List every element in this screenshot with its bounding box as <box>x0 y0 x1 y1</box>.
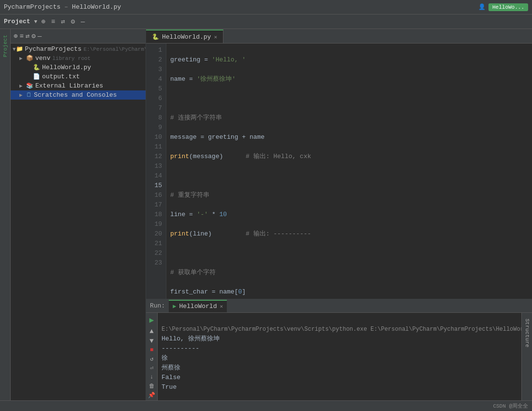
run-play-button[interactable]: ▶ <box>149 315 155 325</box>
user-icon: 👤 <box>478 3 486 11</box>
py-file-icon: 🐍 <box>33 64 40 71</box>
hw-label: HelloWorld.py <box>42 64 91 71</box>
code-line-11 <box>170 249 528 258</box>
run-scroll-button[interactable]: ↓ <box>150 374 153 381</box>
ln-13: 13 <box>146 161 162 171</box>
ln-4: 4 <box>146 74 162 84</box>
statusbar: CSDN @周全全 <box>0 400 532 411</box>
titlebar-pycharm: PycharmProjects <box>4 3 60 11</box>
add-icon[interactable]: ⊕ <box>39 16 47 27</box>
ln-17: 17 <box>146 200 162 210</box>
ln-1: 1 <box>146 45 162 55</box>
ln-8: 8 <box>146 113 162 123</box>
run-wrap-button[interactable]: ⏎ <box>150 365 153 372</box>
main-area: Project ⊕ ≡ ⇄ ⚙ — ▼ 📁 PycharmProjects E:… <box>0 29 532 400</box>
run-output: E:\Personal\PyCharm\PycharmProjects\venv… <box>158 313 521 400</box>
project-tree: ▼ 📁 PycharmProjects E:\Personal\PyCharm\… <box>11 44 146 400</box>
ln-5: 5 <box>146 84 162 94</box>
editor-area: 🐍 HelloWorld.py ✕ 1 2 3 4 5 6 7 8 9 10 1… <box>146 29 532 400</box>
tree-item-ext-libs[interactable]: ▶ 📚 External Libraries <box>11 81 146 90</box>
tab-helloworld[interactable]: 🐍 HelloWorld.py ✕ <box>146 29 223 43</box>
lib-icon: 📚 <box>26 82 33 89</box>
root-path: E:\Personal\PyCharm\ <box>84 46 146 52</box>
tree-item-venv[interactable]: ▶ 📦 venv library root <box>11 54 146 63</box>
ln-6: 6 <box>146 94 162 103</box>
code-line-9: line = '-' * 10 <box>170 210 528 220</box>
extlib-label: External Libraries <box>35 82 103 89</box>
code-line-13: first_char = name[0] <box>170 287 528 297</box>
titlebar: PycharmProjects – HelloWorld.py 👤 HelloW… <box>0 0 532 15</box>
settings-icon[interactable]: ⚙ <box>69 16 77 27</box>
run-command: E:\Personal\PyCharm\PycharmProjects\venv… <box>162 326 521 333</box>
run-tab-helloworld[interactable]: ▶ HelloWorld ✕ <box>169 300 227 312</box>
scratch-arrow-icon: ▶ <box>19 92 26 98</box>
output-label: output.txt <box>42 73 80 80</box>
run-up-button[interactable]: ▲ <box>149 327 153 335</box>
code-line-12: # 获取单个字符 <box>170 268 528 278</box>
run-out-6: True <box>162 383 177 391</box>
tree-item-output[interactable]: 📄 output.txt <box>11 72 146 81</box>
run-indicator-button[interactable]: HelloWo... <box>488 3 528 11</box>
run-toolbar: ▶ ▲ ▼ ■ ↺ ⏎ ↓ 🗑 📌 <box>146 313 158 400</box>
run-tab-label: HelloWorld <box>179 303 217 310</box>
status-text: CSDN @周全全 <box>493 402 528 410</box>
run-rerun-button[interactable]: ↺ <box>150 355 153 363</box>
run-content-area: ▶ ▲ ▼ ■ ↺ ⏎ ↓ 🗑 📌 E:\Personal\PyCharm\Py… <box>146 313 532 400</box>
list-icon[interactable]: ≡ <box>49 17 57 27</box>
run-panel-header: Run: ▶ HelloWorld ✕ <box>146 299 532 313</box>
run-out-3: 徐 <box>162 354 168 362</box>
settings-icon2[interactable]: ⚙ <box>31 32 35 40</box>
venv-icon: 📦 <box>26 55 33 62</box>
collapse-icon[interactable]: — <box>79 17 87 27</box>
project-panel-header: ⊕ ≡ ⇄ ⚙ — <box>11 29 146 44</box>
ln-21: 21 <box>146 239 162 249</box>
editor-tabs: 🐍 HelloWorld.py ✕ <box>146 29 532 44</box>
titlebar-sep: – <box>64 3 68 11</box>
list-view-icon[interactable]: ≡ <box>19 32 23 40</box>
right-sidebar-tabs: Structure <box>521 313 532 400</box>
code-line-10: print(line) # 输出: ---------- <box>170 229 528 239</box>
run-label: Run: <box>150 302 165 309</box>
titlebar-file: HelloWorld.py <box>72 3 121 11</box>
swap-icon[interactable]: ⇄ <box>59 16 67 27</box>
run-pin-button[interactable]: 📌 <box>148 392 155 399</box>
gear-icon[interactable]: ⊕ <box>14 32 17 40</box>
run-stop-button[interactable]: ■ <box>150 347 153 353</box>
code-line-6: print(message) # 输出: Hello, cxk <box>170 152 528 161</box>
titlebar-left: PycharmProjects – HelloWorld.py <box>4 3 121 11</box>
root-arrow-icon: ▼ <box>13 46 16 52</box>
scratch-icon: 🗒 <box>26 91 32 99</box>
left-sidebar-tabs: Project <box>0 29 11 400</box>
sidebar-item-structure[interactable]: Structure <box>523 315 532 351</box>
tree-root[interactable]: ▼ 📁 PycharmProjects E:\Personal\PyCharm\ <box>11 44 146 54</box>
venv-label: venv <box>35 55 50 62</box>
extlib-arrow-icon: ▶ <box>19 83 26 89</box>
ln-3: 3 <box>146 65 162 74</box>
expand-icon[interactable]: ⇄ <box>26 32 30 40</box>
code-editor: 1 2 3 4 5 6 7 8 9 10 11 12 13 14 15 16 1… <box>146 44 532 299</box>
sidebar-item-project[interactable]: Project <box>1 31 10 61</box>
scratch-label: Scratches and Consoles <box>34 91 117 99</box>
venv-arrow-icon: ▶ <box>19 55 26 61</box>
code-line-7 <box>170 171 528 181</box>
titlebar-right: 👤 HelloWo... <box>478 3 528 11</box>
root-label: PycharmProjects <box>25 45 82 53</box>
ln-7: 7 <box>146 103 162 113</box>
minus-icon[interactable]: — <box>38 32 42 40</box>
project-folder-icon: 📁 <box>16 45 23 53</box>
code-content[interactable]: greeting = 'Hello, ' name = '徐州蔡徐坤' # 连接… <box>166 44 532 299</box>
txt-file-icon: 📄 <box>33 73 40 80</box>
run-clear-button[interactable]: 🗑 <box>149 382 155 390</box>
tab-close-icon[interactable]: ✕ <box>214 34 217 40</box>
code-line-4: # 连接两个字符串 <box>170 113 528 123</box>
tree-item-scratches[interactable]: ▶ 🗒 Scratches and Consoles <box>11 90 146 100</box>
run-down-button[interactable]: ▼ <box>149 337 153 345</box>
ln-10: 10 <box>146 132 162 142</box>
tree-item-helloworld[interactable]: 🐍 HelloWorld.py <box>11 63 146 72</box>
dropdown-arrow-icon[interactable]: ▼ <box>34 19 38 25</box>
ln-18: 18 <box>146 210 162 220</box>
run-tab-close-icon[interactable]: ✕ <box>220 303 223 309</box>
code-line-8: # 重复字符串 <box>170 191 528 200</box>
ln-20: 20 <box>146 229 162 239</box>
run-panel: Run: ▶ HelloWorld ✕ ▶ ▲ ▼ ■ ↺ ⏎ ↓ 🗑 📌 <box>146 299 532 400</box>
